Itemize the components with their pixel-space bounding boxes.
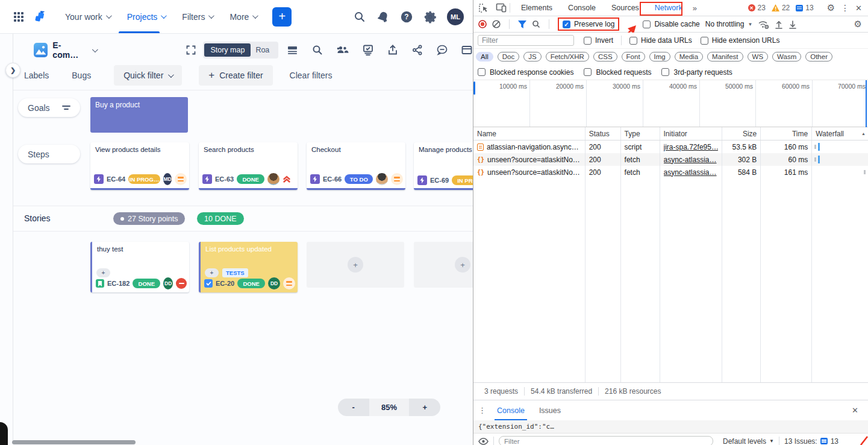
board-search-icon[interactable] <box>311 44 323 56</box>
nav-more[interactable]: More <box>229 12 257 22</box>
tab-console[interactable]: Console <box>560 0 604 16</box>
issues-counter[interactable]: 13 Issues: 13 <box>784 437 838 445</box>
record-icon[interactable] <box>478 20 487 28</box>
type-filter-font[interactable]: Font <box>622 52 645 62</box>
fullscreen-icon[interactable] <box>186 45 196 55</box>
plus-icon[interactable]: + <box>455 257 470 273</box>
tab-network[interactable]: Network <box>647 0 690 16</box>
device-toolbar-icon[interactable] <box>496 3 507 13</box>
add-story-placeholder[interactable]: + <box>307 242 404 288</box>
type-filter-img[interactable]: Img <box>649 52 670 62</box>
error-count-badge[interactable]: ✕ 23 <box>748 4 766 12</box>
network-search-icon[interactable] <box>532 20 540 28</box>
type-filter-fetch-xhr[interactable]: Fetch/XHR <box>546 52 589 62</box>
panel-icon[interactable] <box>461 44 473 56</box>
network-conditions-icon[interactable] <box>758 20 769 29</box>
type-filter-doc[interactable]: Doc <box>498 52 519 62</box>
feedback-icon[interactable] <box>436 44 448 56</box>
rows-view-icon[interactable] <box>287 44 299 56</box>
throttling-dropdown[interactable]: No throttling ▼ <box>705 20 753 28</box>
third-party-requests-checkbox[interactable] <box>661 68 669 76</box>
column-header-size[interactable]: Size <box>722 127 761 140</box>
disable-cache-label[interactable]: Disable cache <box>654 20 699 28</box>
more-tabs-icon[interactable]: » <box>693 4 697 13</box>
create-button[interactable]: + <box>272 7 292 27</box>
step-card[interactable]: Search products EC-63 DONE <box>199 142 298 190</box>
network-filter-input[interactable] <box>478 35 574 46</box>
step-card[interactable]: Checkout EC-66 TO DO <box>307 142 405 190</box>
label-tag[interactable]: TESTS <box>222 268 248 277</box>
network-timeline[interactable]: 10000 ms 20000 ms 30000 ms 40000 ms 5000… <box>473 80 868 127</box>
devtools-menu-icon[interactable]: ⋮ <box>841 3 849 13</box>
close-devtools-icon[interactable]: ✕ <box>855 4 862 13</box>
column-header-time[interactable]: Time <box>761 127 812 140</box>
request-row[interactable]: {}unseen?source=atlaskitNot… 200 fetch a… <box>473 166 868 178</box>
type-filter-all[interactable]: All <box>476 52 493 62</box>
type-filter-js[interactable]: JS <box>523 52 541 62</box>
assignee-avatar[interactable] <box>376 173 388 185</box>
quick-filter-dropdown[interactable]: Quick filter <box>114 65 182 86</box>
nav-filters[interactable]: Filters <box>182 12 213 22</box>
warning-count-badge[interactable]: 22 <box>772 4 790 12</box>
assignee-avatar[interactable] <box>267 173 279 185</box>
console-log-entry[interactable]: {"extension_id":"c… <box>473 420 868 434</box>
inspect-element-icon[interactable] <box>478 3 489 13</box>
expand-sidebar-button[interactable]: ❯ <box>5 63 20 78</box>
assignee-avatar[interactable]: MD <box>163 173 172 185</box>
search-icon[interactable] <box>353 10 366 24</box>
bugs-filter[interactable]: Bugs <box>72 71 91 80</box>
notifications-bell-icon[interactable] <box>376 10 390 24</box>
tab-sources[interactable]: Sources <box>604 0 647 16</box>
close-drawer-icon[interactable]: ✕ <box>852 406 858 415</box>
column-header-waterfall[interactable]: Waterfall▲ <box>812 127 868 140</box>
zoom-in-button[interactable]: + <box>409 399 440 416</box>
network-settings-icon[interactable]: ⚙ <box>854 19 862 30</box>
story-card[interactable]: thuy test + EC-182 DONE DD <box>90 242 189 292</box>
jira-logo-icon[interactable] <box>33 9 48 25</box>
help-icon[interactable]: ? <box>400 10 413 24</box>
invert-checkbox[interactable] <box>584 37 592 45</box>
type-filter-css[interactable]: CSS <box>593 52 617 62</box>
tab-story-map[interactable]: Story map <box>204 43 251 57</box>
blocked-cookies-checkbox[interactable] <box>478 68 486 76</box>
drawer-menu-icon[interactable]: ⋮ <box>478 406 486 415</box>
type-filter-manifest[interactable]: Manifest <box>707 52 743 62</box>
type-filter-media[interactable]: Media <box>675 52 703 62</box>
console-filter-input[interactable] <box>499 436 713 445</box>
project-avatar-icon[interactable] <box>34 43 48 57</box>
chevron-down-icon[interactable] <box>92 46 98 52</box>
request-initiator-link[interactable]: jira-spa.72fe95… <box>664 143 719 151</box>
plus-icon[interactable]: + <box>348 257 363 273</box>
add-story-placeholder[interactable]: + <box>414 242 473 288</box>
app-switcher-icon[interactable] <box>13 11 24 22</box>
user-avatar[interactable]: ML <box>447 8 464 25</box>
type-filter-other[interactable]: Other <box>805 52 832 62</box>
log-levels-dropdown[interactable]: Default levels ▼ <box>723 437 774 445</box>
request-initiator-link[interactable]: async-atlassia… <box>664 156 717 164</box>
request-row[interactable]: atlassian-navigation.async-… 200 script … <box>473 140 868 153</box>
drawer-tab-issues[interactable]: Issues <box>532 400 568 420</box>
filter-funnel-icon[interactable] <box>518 21 526 28</box>
clear-icon[interactable] <box>492 20 501 28</box>
column-header-name[interactable]: Name <box>473 127 585 140</box>
hide-data-urls-checkbox[interactable] <box>629 37 637 45</box>
column-header-initiator[interactable]: Initiator <box>660 127 723 140</box>
drawer-tab-console[interactable]: Console <box>490 400 532 420</box>
settings-gear-icon[interactable] <box>423 10 437 24</box>
type-filter-ws[interactable]: WS <box>748 52 769 62</box>
goals-lane-pill[interactable]: Goals <box>18 98 80 117</box>
preserve-log-checkbox[interactable]: ✓ <box>563 21 570 28</box>
disable-cache-checkbox[interactable] <box>643 21 651 28</box>
story-card-selected[interactable]: List products updated + TESTS EC-20 DONE… <box>199 242 298 292</box>
assignee-avatar[interactable]: DD <box>163 277 173 289</box>
create-filter-button[interactable]: +Create filter <box>199 65 272 86</box>
column-header-status[interactable]: Status <box>585 127 621 140</box>
column-header-type[interactable]: Type <box>621 127 660 140</box>
devtools-settings-icon[interactable]: ⚙ <box>827 2 835 13</box>
preserve-log-label[interactable]: Preserve log <box>574 20 614 28</box>
import-har-icon[interactable] <box>775 20 783 29</box>
issues-count-badge[interactable]: 13 <box>796 4 813 12</box>
add-button[interactable]: + <box>205 268 219 277</box>
zoom-out-button[interactable]: - <box>338 399 369 416</box>
export-icon[interactable] <box>387 44 399 56</box>
